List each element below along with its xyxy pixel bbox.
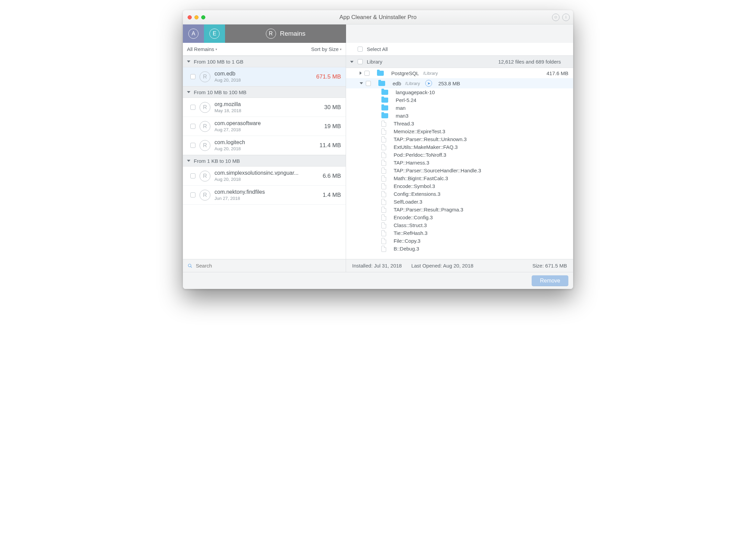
tree-file-row[interactable]: Memoize::ExpireTest.3 (346, 127, 573, 135)
file-icon (381, 160, 386, 166)
file-icon (381, 207, 386, 213)
tree-file-row[interactable]: Config::Extensions.3 (346, 190, 573, 198)
disclosure-triangle-icon[interactable] (360, 82, 363, 84)
sort-by-size[interactable]: Sort by Size ▾ (311, 46, 342, 52)
tab-applications[interactable]: A (183, 24, 204, 43)
extensions-icon: E (209, 29, 220, 39)
checkbox[interactable] (364, 71, 370, 76)
select-all-checkbox[interactable] (358, 47, 363, 52)
remain-name: com.logitech (214, 139, 315, 145)
last-opened-label: Last Opened: Aug 20, 2018 (411, 263, 474, 269)
tree-file-row[interactable]: Thread.3 (346, 120, 573, 127)
remain-row[interactable]: R com.simplexsolutionsinc.vpnguar... Aug… (183, 167, 346, 186)
tree-file-row[interactable]: B::Debug.3 (346, 245, 573, 253)
size-group-header[interactable]: From 100 MB to 1 GB (183, 56, 346, 67)
svg-point-0 (188, 264, 191, 267)
file-icon (381, 230, 386, 236)
tree-file-row[interactable]: SelfLoader.3 (346, 198, 573, 206)
file-icon (381, 152, 386, 158)
node-name: Config::Extensions.3 (394, 191, 441, 197)
checkbox[interactable] (358, 59, 363, 64)
remain-row[interactable]: R org.mozilla May 18, 2018 30 MB (183, 98, 346, 117)
tree-folder-row[interactable]: languagepack-10 (346, 88, 573, 96)
tab-extensions[interactable]: E (204, 24, 225, 43)
remain-row[interactable]: R com.logitech Aug 20, 2018 11.4 MB (183, 136, 346, 155)
folder-icon (378, 81, 385, 86)
file-icon (381, 128, 386, 135)
node-name: Perl-5.24 (396, 97, 416, 103)
node-name: TAP::Parser::SourceHandler::Handle.3 (394, 168, 481, 173)
node-name: languagepack-10 (396, 89, 435, 95)
feedback-icon[interactable]: ☺ (552, 14, 560, 21)
remain-name: com.nektony.findfiles (214, 189, 319, 195)
remain-date: Aug 20, 2018 (214, 78, 312, 83)
tree-folder-row[interactable]: man (346, 104, 573, 112)
remain-row[interactable]: R com.edb Aug 20, 2018 671.5 MB (183, 67, 346, 86)
size-group-header[interactable]: From 10 MB to 100 MB (183, 86, 346, 98)
checkbox[interactable] (190, 124, 195, 129)
tree-file-row[interactable]: TAP::Parser::Result::Pragma.3 (346, 206, 573, 213)
file-tree[interactable]: PostgreSQL /Library 417.6 MB edb /Librar… (346, 68, 573, 259)
tree-file-row[interactable]: Class::Struct.3 (346, 221, 573, 229)
node-path: /Library (405, 81, 420, 86)
tab-remains[interactable]: R Remains (225, 24, 346, 43)
tree-file-row[interactable]: Encode::Symbol.3 (346, 182, 573, 190)
tree-file-row[interactable]: TAP::Parser::Result::Unknown.3 (346, 135, 573, 143)
checkbox[interactable] (190, 143, 195, 148)
remain-row[interactable]: R com.operasoftware Aug 27, 2018 19 MB (183, 117, 346, 136)
checkbox[interactable] (190, 173, 195, 178)
node-name: TAP::Parser::Result::Pragma.3 (394, 207, 463, 212)
remains-panel: All Remains ▾ Sort by Size ▾ From 100 MB… (183, 43, 346, 272)
tree-file-row[interactable]: File::Copy.3 (346, 237, 573, 245)
remains-icon: R (200, 190, 210, 201)
node-name: man (396, 105, 406, 111)
window-title: App Cleaner & Uninstaller Pro (183, 14, 573, 21)
node-name: Encode::Symbol.3 (394, 183, 435, 189)
tree-folder-row[interactable]: PostgreSQL /Library 417.6 MB (346, 68, 573, 78)
reveal-in-finder-icon[interactable]: ➤ (425, 80, 432, 87)
mode-tabs: A E R Remains (183, 24, 573, 43)
remain-name: com.edb (214, 71, 312, 77)
tree-file-row[interactable]: TAP::Parser::SourceHandler::Handle.3 (346, 167, 573, 174)
checkbox[interactable] (190, 192, 195, 197)
tab-remains-label: Remains (280, 30, 306, 37)
remains-list[interactable]: From 100 MB to 1 GB R com.edb Aug 20, 20… (183, 56, 346, 259)
node-name: Pod::Perldoc::ToNroff.3 (394, 152, 446, 158)
disclosure-triangle-icon (187, 61, 190, 63)
chevron-down-icon: ▾ (340, 48, 342, 51)
tree-file-row[interactable]: TAP::Harness.3 (346, 159, 573, 167)
tree-folder-row[interactable]: man3 (346, 112, 573, 120)
node-name: man3 (396, 113, 409, 119)
search-icon (188, 263, 192, 268)
files-panel: Select All Library 12,612 files and 689 … (346, 43, 573, 272)
info-icon[interactable]: i (562, 14, 570, 21)
tree-file-row[interactable]: Math::BigInt::FastCalc.3 (346, 174, 573, 182)
filter-all-remains[interactable]: All Remains ▾ (187, 46, 217, 52)
remains-icon: R (266, 29, 276, 39)
tree-file-row[interactable]: Encode::Config.3 (346, 213, 573, 221)
size-group-header[interactable]: From 1 KB to 10 MB (183, 155, 346, 167)
checkbox[interactable] (190, 105, 195, 110)
tree-folder-row[interactable]: edb /Library ➤ 253.8 MB (346, 78, 573, 88)
folder-icon (381, 113, 388, 118)
tree-folder-row[interactable]: Perl-5.24 (346, 96, 573, 104)
tree-file-row[interactable]: Pod::Perldoc::ToNroff.3 (346, 151, 573, 159)
search-input[interactable] (195, 262, 341, 269)
tree-file-row[interactable]: Tie::RefHash.3 (346, 229, 573, 237)
svg-line-1 (191, 266, 192, 268)
checkbox[interactable] (366, 81, 371, 86)
remains-icon: R (200, 102, 210, 113)
library-header[interactable]: Library 12,612 files and 689 folders (346, 56, 573, 68)
library-label: Library (367, 59, 382, 65)
tree-file-row[interactable]: ExtUtils::MakeMaker::FAQ.3 (346, 143, 573, 151)
disclosure-triangle-icon[interactable] (360, 71, 362, 75)
folder-icon (381, 90, 388, 95)
remain-row[interactable]: R com.nektony.findfiles Jun 27, 2018 1.4… (183, 186, 346, 205)
node-name: Thread.3 (394, 121, 414, 126)
disclosure-triangle-icon (187, 91, 190, 93)
remain-date: May 18, 2018 (214, 108, 320, 113)
file-icon (381, 214, 386, 221)
checkbox[interactable] (190, 74, 195, 79)
remove-button[interactable]: Remove (532, 275, 568, 286)
node-name: ExtUtils::MakeMaker::FAQ.3 (394, 144, 458, 150)
